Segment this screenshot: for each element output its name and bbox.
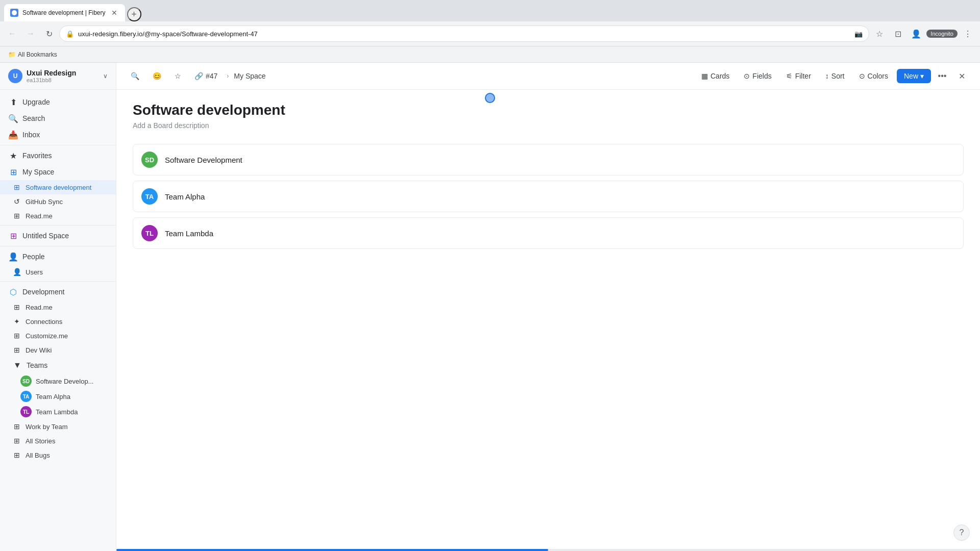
reload-btn[interactable]: ↻ <box>41 26 57 42</box>
sidebar-item-connections[interactable]: ✦ Connections <box>0 314 116 329</box>
sidebar-item-teams[interactable]: ▼ Teams <box>0 357 116 373</box>
readme-dev-icon: ⊞ <box>12 303 21 312</box>
sidebar-item-customize[interactable]: ⊞ Customize.me <box>0 329 116 343</box>
fields-btn[interactable]: ⊙ Fields <box>738 69 777 83</box>
customize-icon: ⊞ <box>12 331 21 340</box>
sort-label: Sort <box>831 72 845 80</box>
sidebar-header: U Uxui Redesign ea131bb8 ∨ <box>0 63 116 90</box>
tab-title: Software development | Fibery <box>22 9 106 16</box>
toolbar-star-btn[interactable]: ☆ <box>170 69 185 83</box>
scroll-bar[interactable] <box>116 549 980 551</box>
search-label: Search <box>22 114 108 122</box>
avatar-btn[interactable]: 👤 <box>908 26 924 42</box>
sort-btn[interactable]: ↕ Sort <box>820 69 850 83</box>
browser-toolbar: ← → ↻ 🔒 uxui-redesign.fibery.io/@my-spac… <box>0 21 980 46</box>
sidebar-item-all-stories[interactable]: ⊞ All Stories <box>0 434 116 448</box>
workspace-info[interactable]: U Uxui Redesign ea131bb8 <box>8 69 76 83</box>
new-btn[interactable]: New ▾ <box>897 69 931 83</box>
all-bookmarks-item[interactable]: 📁 All Bookmarks <box>4 50 61 59</box>
bookmark-btn[interactable]: ☆ <box>871 26 888 42</box>
sidebar-item-upgrade[interactable]: ⬆ Upgrade <box>0 94 116 110</box>
browser-actions: ☆ ⊡ 👤 Incognito ⋮ <box>871 26 976 42</box>
close-btn[interactable]: ✕ <box>953 68 970 84</box>
sidebar-item-dev-wiki[interactable]: ⊞ Dev Wiki <box>0 343 116 357</box>
sidebar-item-software-development[interactable]: ⊞ Software development <box>0 180 116 194</box>
fields-icon: ⊙ <box>744 72 750 80</box>
sidebar-nav: ⬆ Upgrade 🔍 Search 📥 Inbox ★ Favorites ⊞… <box>0 90 116 466</box>
more-icon: ••• <box>938 71 947 81</box>
forward-btn[interactable]: → <box>22 26 39 42</box>
sidebar-item-software-develop[interactable]: SD Software Develop... <box>0 373 116 389</box>
page-description[interactable]: Add a Board description <box>133 121 964 130</box>
workspace-name: Uxui Redesign <box>27 69 76 77</box>
colors-btn[interactable]: ⊙ Colors <box>853 69 894 83</box>
upgrade-label: Upgrade <box>22 98 108 106</box>
github-sync-label: GitHub Sync <box>26 198 63 206</box>
people-label: People <box>22 253 108 261</box>
my-space-icon: ⊞ <box>8 167 18 177</box>
sidebar-item-all-bugs[interactable]: ⊞ All Bugs <box>0 448 116 462</box>
team-alpha-label: Team Alpha <box>36 393 70 400</box>
sidebar-item-work-by-team[interactable]: ⊞ Work by Team <box>0 419 116 434</box>
workspace-avatar: U <box>8 69 22 83</box>
inbox-label: Inbox <box>22 131 108 139</box>
sidebar-item-users[interactable]: 👤 Users <box>0 265 116 279</box>
sidebar-item-untitled-space[interactable]: ⊞ Untitled Space <box>0 228 116 244</box>
back-btn[interactable]: ← <box>4 26 20 42</box>
board-item-team-alpha[interactable]: TA Team Alpha <box>133 181 964 212</box>
connections-icon: ✦ <box>12 317 21 326</box>
scroll-thumb <box>116 549 548 551</box>
team-lambda-label: Team Lambda <box>36 408 78 416</box>
all-bugs-icon: ⊞ <box>12 450 21 460</box>
untitled-space-icon: ⊞ <box>8 231 18 241</box>
tab-close-btn[interactable]: ✕ <box>110 8 119 17</box>
cards-btn[interactable]: ▦ Cards <box>696 69 735 83</box>
sidebar-item-people[interactable]: 👤 People <box>0 248 116 265</box>
filter-icon: ⚟ <box>786 72 793 80</box>
sidebar-item-development[interactable]: ⬡ Development <box>0 284 116 300</box>
toolbar-emoji-btn[interactable]: 😊 <box>149 69 165 83</box>
sidebar-item-github-sync[interactable]: ↺ GitHub Sync <box>0 194 116 209</box>
ta-board-badge: TA <box>141 188 158 205</box>
extensions-btn[interactable]: ⊡ <box>890 26 906 42</box>
sidebar-item-team-lambda[interactable]: TL Team Lambda <box>0 404 116 419</box>
new-tab-btn[interactable]: + <box>127 7 141 21</box>
toolbar-link-btn[interactable]: 🔗 #47 <box>190 69 222 83</box>
chevron-down-icon: ∨ <box>103 72 108 80</box>
colors-label: Colors <box>868 72 888 80</box>
users-label: Users <box>26 268 43 276</box>
sidebar-item-favorites[interactable]: ★ Favorites <box>0 147 116 164</box>
board-item-team-lambda[interactable]: TL Team Lambda <box>133 217 964 249</box>
toolbar-search-btn[interactable]: 🔍 <box>127 69 143 83</box>
filter-label: Filter <box>795 72 811 80</box>
divider-4 <box>0 281 116 282</box>
sidebar-item-readme-my[interactable]: ⊞ Read.me <box>0 209 116 223</box>
sidebar-item-search[interactable]: 🔍 Search <box>0 110 116 127</box>
active-tab[interactable]: Software development | Fibery ✕ <box>4 4 125 21</box>
development-label: Development <box>22 288 108 296</box>
more-btn[interactable]: ••• <box>934 68 950 84</box>
sidebar-item-my-space[interactable]: ⊞ My Space <box>0 164 116 180</box>
board-item-software-development[interactable]: SD Software Development <box>133 144 964 176</box>
browser-chrome: Software development | Fibery ✕ + ← → ↻ … <box>0 0 980 63</box>
help-btn[interactable]: ? <box>953 524 970 541</box>
sidebar-item-inbox[interactable]: 📥 Inbox <box>0 127 116 143</box>
sidebar: U Uxui Redesign ea131bb8 ∨ ⬆ Upgrade 🔍 S… <box>0 63 116 551</box>
cards-label: Cards <box>710 72 729 80</box>
filter-btn[interactable]: ⚟ Filter <box>780 69 817 83</box>
sidebar-item-team-alpha[interactable]: TA Team Alpha <box>0 389 116 404</box>
divider-1 <box>0 145 116 145</box>
sidebar-item-readme-dev[interactable]: ⊞ Read.me <box>0 300 116 314</box>
favorites-label: Favorites <box>22 152 108 160</box>
app-container: U Uxui Redesign ea131bb8 ∨ ⬆ Upgrade 🔍 S… <box>0 63 980 551</box>
url-bar[interactable]: 🔒 uxui-redesign.fibery.io/@my-space/Soft… <box>59 26 869 42</box>
incognito-badge: Incognito <box>926 30 958 38</box>
upgrade-icon: ⬆ <box>8 97 18 107</box>
secure-icon: 🔒 <box>66 30 74 38</box>
cards-icon: ▦ <box>701 72 708 80</box>
sort-icon: ↕ <box>825 72 829 80</box>
toolbar-left: 🔍 😊 ☆ 🔗 #47 › My Space <box>127 69 690 83</box>
toolbar-star-icon: ☆ <box>175 72 181 80</box>
menu-btn[interactable]: ⋮ <box>960 26 976 42</box>
breadcrumb-separator: › <box>227 72 229 80</box>
